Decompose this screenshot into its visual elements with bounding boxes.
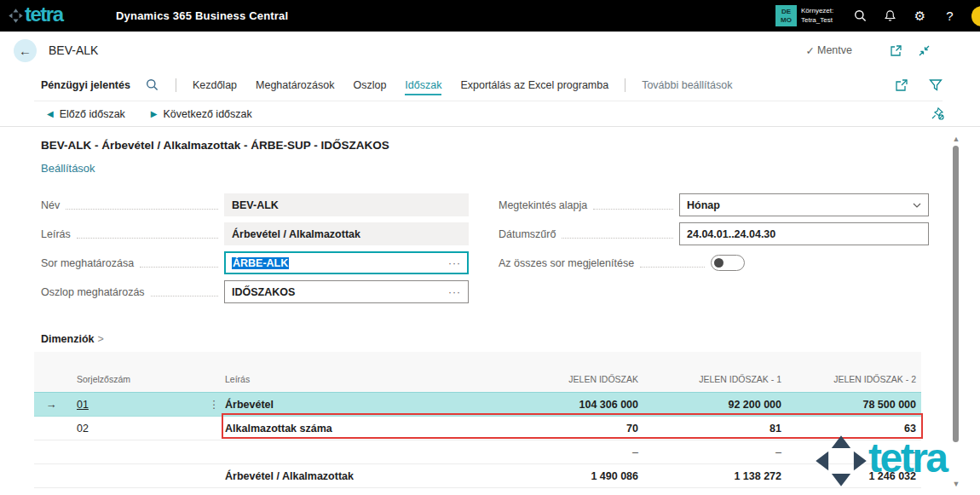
dotted-leader (640, 266, 705, 268)
value-cell[interactable]: 81 (643, 423, 787, 435)
value-cell[interactable]: – (494, 446, 643, 458)
show-all-rows-row: Az összes sor megjelenítése (499, 251, 929, 274)
dimensions-link[interactable]: Dimenziók> (41, 333, 104, 345)
value-cell[interactable]: 1 138 272 (643, 470, 787, 482)
view-by-label: Megtekintés alapja (499, 199, 587, 211)
next-period-button[interactable]: ▶ Következő időszak (151, 108, 252, 120)
description-label: Leírás (41, 228, 71, 240)
previous-period-button[interactable]: ◀ Előző időszak (47, 108, 125, 120)
filter-funnel-icon[interactable] (929, 78, 943, 92)
more-options-button[interactable]: További beállítások (642, 71, 732, 100)
vertical-scrollbar[interactable]: ▲ ▼ (950, 128, 962, 495)
row-number-cell[interactable]: 01 (68, 399, 205, 411)
value-cell[interactable]: 1 246 032 (787, 470, 921, 482)
settings-gear-icon[interactable]: ⚙ (905, 0, 935, 32)
view-by-field-row: Megtekintés alapja Hónap (499, 193, 929, 216)
table-row[interactable]: – – – (34, 440, 921, 464)
app-title: Dynamics 365 Business Central (116, 9, 288, 22)
value-cell[interactable]: 1 490 086 (494, 470, 643, 482)
date-filter-label: Dátumszűrő (499, 228, 556, 240)
tab-idoszak[interactable]: Időszak (405, 71, 441, 100)
row-number-cell[interactable]: 02 (68, 423, 205, 435)
name-field[interactable]: BEV-ALK (224, 193, 469, 216)
settings-section-label[interactable]: Beállítások (41, 162, 95, 175)
check-icon: ✓ (806, 44, 815, 57)
column-header-description[interactable]: Leírás (223, 374, 494, 384)
table-row[interactable]: Árbevétel / Alkalmazottak 1 490 086 1 13… (34, 464, 921, 488)
column-header-period-minus-1[interactable]: JELEN IDŐSZAK - 1 (643, 374, 787, 384)
tab-kezdolap[interactable]: Kezdőlap (193, 71, 237, 100)
active-row-arrow-icon: → (34, 398, 68, 411)
ribbon-divider (176, 78, 176, 92)
tetra-logo-text: tetra (25, 4, 63, 25)
assist-edit-button[interactable]: ··· (448, 257, 461, 269)
value-cell[interactable]: 70 (494, 423, 643, 435)
column-header-rowno[interactable]: Sorjelzőszám (68, 374, 205, 384)
environment-label: Környezet: (801, 7, 845, 15)
scrollbar-thumb[interactable] (953, 146, 959, 442)
table-row[interactable]: → 01 ⋮ Árbevétel 104 306 000 92 200 000 … (34, 392, 921, 417)
dotted-leader (151, 295, 218, 296)
page-header-actions: ✓ Mentve (806, 32, 931, 69)
help-icon[interactable]: ? (935, 0, 965, 32)
description-field-row: Leírás Árbevétel / Alkalmazottak (41, 222, 469, 245)
description-cell[interactable]: Alkalmazottak száma (223, 423, 494, 435)
tab-meghatarozasok[interactable]: Meghatározások (256, 71, 334, 100)
chevron-right-icon: > (98, 333, 104, 345)
value-cell[interactable]: 63 (787, 423, 921, 435)
selected-text: ÁRBE-ALK (232, 257, 289, 269)
dotted-leader (140, 266, 218, 268)
row-definition-field[interactable]: ÁRBE-ALK ··· (224, 251, 469, 274)
chevron-down-icon (913, 203, 921, 208)
show-all-rows-toggle[interactable] (711, 255, 745, 271)
value-cell[interactable]: – (643, 446, 787, 458)
back-button[interactable]: ← (14, 39, 37, 62)
column-definition-field[interactable]: IDŐSZAKOS ··· (224, 280, 469, 303)
ribbon-search-icon[interactable] (146, 78, 159, 91)
environment-info: Környezet: Tetra_Test (801, 7, 845, 25)
value-cell[interactable]: 92 200 000 (643, 399, 787, 411)
row-definition-label: Sor meghatározása (41, 257, 134, 269)
open-in-new-window-icon[interactable] (890, 44, 902, 57)
search-icon[interactable] (845, 0, 875, 32)
ribbon-root-label: Pénzügyi jelentés (41, 79, 130, 91)
business-central-window: tetra Dynamics 365 Business Central DE M… (0, 0, 980, 495)
tetra-logo[interactable]: tetra (0, 6, 102, 26)
tab-export-excel[interactable]: Exportálás az Excel programba (460, 71, 608, 100)
date-filter-field[interactable]: 24.04.01..24.04.30 (679, 222, 929, 245)
unpin-icon[interactable] (931, 106, 944, 124)
row-definition-field-row: Sor meghatározása ÁRBE-ALK ··· (41, 251, 469, 274)
action-ribbon: Pénzügyi jelentés Kezdőlap Meghatározáso… (0, 69, 980, 101)
value-cell[interactable]: 78 500 000 (787, 399, 921, 411)
scroll-down-icon[interactable]: ▼ (950, 480, 962, 488)
row-menu-icon[interactable]: ⋮ (205, 398, 223, 411)
description-field[interactable]: Árbevétel / Alkalmazottak (224, 222, 469, 245)
tab-oszlop[interactable]: Oszlop (353, 71, 386, 100)
column-header-current-period[interactable]: JELEN IDŐSZAK (494, 374, 643, 384)
value-cell[interactable]: 104 306 000 (494, 399, 643, 411)
share-icon[interactable] (895, 78, 908, 92)
toggle-knob (714, 258, 723, 268)
previous-triangle-icon: ◀ (47, 110, 54, 118)
scroll-up-icon[interactable]: ▲ (950, 135, 962, 143)
toolbar-separator (0, 126, 980, 127)
description-cell[interactable]: Árbevétel / Alkalmazottak (223, 470, 494, 482)
ribbon-divider (625, 78, 625, 92)
date-filter-field-row: Dátumszűrő 24.04.01..24.04.30 (499, 222, 929, 245)
name-field-row: Név BEV-ALK (41, 193, 469, 216)
column-header-period-minus-2[interactable]: JELEN IDŐSZAK - 2 (787, 374, 921, 384)
user-avatar[interactable] (971, 6, 980, 26)
report-table: Sorjelzőszám Leírás JELEN IDŐSZAK JELEN … (34, 352, 921, 488)
value-cell[interactable]: – (787, 446, 921, 458)
table-row[interactable]: 02 Alkalmazottak száma 70 81 63 (34, 417, 921, 440)
assist-edit-button[interactable]: ··· (448, 286, 461, 298)
dotted-leader (66, 208, 218, 210)
saved-status: ✓ Mentve (806, 44, 852, 57)
collapse-window-icon[interactable] (918, 44, 931, 57)
description-cell[interactable]: Árbevétel (223, 399, 494, 411)
notifications-bell-icon[interactable] (875, 0, 905, 32)
column-definition-field-row: Oszlop meghatározás IDŐSZAKOS ··· (41, 280, 469, 303)
view-by-select[interactable]: Hónap (679, 193, 929, 216)
dotted-leader (593, 208, 673, 210)
name-label: Név (41, 199, 60, 211)
